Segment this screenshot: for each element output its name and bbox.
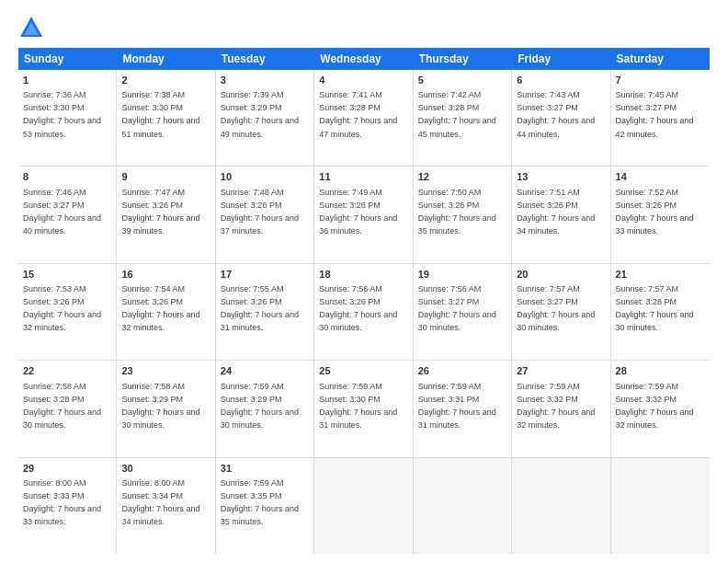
day-number: 30 <box>121 462 210 476</box>
calendar-cell: 16 Sunrise: 7:54 AMSunset: 3:26 PMDaylig… <box>117 264 215 360</box>
day-header: Tuesday <box>216 48 314 70</box>
calendar-cell: 30 Sunrise: 8:00 AMSunset: 3:34 PMDaylig… <box>117 458 215 554</box>
day-number: 25 <box>319 364 407 378</box>
cell-info: Sunrise: 8:00 AMSunset: 3:34 PMDaylight:… <box>121 478 199 526</box>
calendar-cell: 14 Sunrise: 7:52 AMSunset: 3:26 PMDaylig… <box>611 167 710 262</box>
calendar-cell: 15 Sunrise: 7:53 AMSunset: 3:26 PMDaylig… <box>18 264 117 360</box>
day-number: 11 <box>319 170 407 184</box>
day-number: 4 <box>319 74 407 87</box>
calendar-row: 8 Sunrise: 7:46 AMSunset: 3:27 PMDayligh… <box>18 167 710 263</box>
day-header: Wednesday <box>314 48 413 70</box>
day-number: 9 <box>121 170 210 184</box>
cell-info: Sunrise: 7:58 AMSunset: 3:28 PMDaylight:… <box>23 382 101 430</box>
calendar-cell: 11 Sunrise: 7:49 AMSunset: 3:26 PMDaylig… <box>314 167 413 262</box>
calendar-cell: 6 Sunrise: 7:43 AMSunset: 3:27 PMDayligh… <box>512 70 610 166</box>
cell-info: Sunrise: 7:59 AMSunset: 3:35 PMDaylight:… <box>221 478 299 526</box>
calendar-cell: 23 Sunrise: 7:58 AMSunset: 3:29 PMDaylig… <box>117 361 215 456</box>
calendar-cell: 21 Sunrise: 7:57 AMSunset: 3:28 PMDaylig… <box>611 264 710 360</box>
cell-info: Sunrise: 7:45 AMSunset: 3:27 PMDaylight:… <box>616 90 694 138</box>
cell-info: Sunrise: 7:52 AMSunset: 3:26 PMDaylight:… <box>616 188 694 236</box>
cell-info: Sunrise: 7:48 AMSunset: 3:26 PMDaylight:… <box>221 188 299 236</box>
calendar-cell: 10 Sunrise: 7:48 AMSunset: 3:26 PMDaylig… <box>216 167 314 262</box>
calendar-cell: 26 Sunrise: 7:59 AMSunset: 3:31 PMDaylig… <box>414 361 512 456</box>
day-header: Monday <box>117 48 215 70</box>
calendar-row: 15 Sunrise: 7:53 AMSunset: 3:26 PMDaylig… <box>18 264 710 361</box>
page: SundayMondayTuesdayWednesdayThursdayFrid… <box>0 0 728 563</box>
day-number: 2 <box>121 74 210 87</box>
cell-info: Sunrise: 7:50 AMSunset: 3:26 PMDaylight:… <box>418 188 496 236</box>
calendar-body: 1 Sunrise: 7:36 AMSunset: 3:30 PMDayligh… <box>18 70 710 554</box>
day-number: 16 <box>121 268 210 282</box>
cell-info: Sunrise: 7:56 AMSunset: 3:27 PMDaylight:… <box>418 284 496 332</box>
calendar-cell: 25 Sunrise: 7:59 AMSunset: 3:30 PMDaylig… <box>314 361 413 456</box>
calendar-cell: 3 Sunrise: 7:39 AMSunset: 3:29 PMDayligh… <box>216 70 314 166</box>
day-header: Thursday <box>414 48 512 70</box>
day-number: 12 <box>418 170 506 184</box>
cell-info: Sunrise: 7:38 AMSunset: 3:30 PMDaylight:… <box>121 90 199 138</box>
calendar-cell: 20 Sunrise: 7:57 AMSunset: 3:27 PMDaylig… <box>512 264 610 360</box>
calendar-cell: 28 Sunrise: 7:59 AMSunset: 3:32 PMDaylig… <box>611 361 710 456</box>
calendar-row: 22 Sunrise: 7:58 AMSunset: 3:28 PMDaylig… <box>18 361 710 457</box>
day-number: 7 <box>616 74 705 87</box>
day-number: 15 <box>23 268 111 282</box>
day-number: 23 <box>121 364 210 378</box>
calendar-cell: 22 Sunrise: 7:58 AMSunset: 3:28 PMDaylig… <box>18 361 117 456</box>
calendar-cell: 31 Sunrise: 7:59 AMSunset: 3:35 PMDaylig… <box>216 458 314 554</box>
cell-info: Sunrise: 7:53 AMSunset: 3:26 PMDaylight:… <box>23 284 101 332</box>
day-number: 1 <box>23 74 111 87</box>
day-number: 22 <box>23 364 111 378</box>
calendar-cell: 13 Sunrise: 7:51 AMSunset: 3:26 PMDaylig… <box>512 167 610 262</box>
cell-info: Sunrise: 7:59 AMSunset: 3:31 PMDaylight:… <box>418 382 496 430</box>
calendar-cell <box>611 458 710 554</box>
calendar-cell: 1 Sunrise: 7:36 AMSunset: 3:30 PMDayligh… <box>18 70 117 166</box>
calendar-cell: 24 Sunrise: 7:59 AMSunset: 3:29 PMDaylig… <box>216 361 314 456</box>
cell-info: Sunrise: 7:36 AMSunset: 3:30 PMDaylight:… <box>23 90 101 138</box>
header <box>18 15 710 40</box>
calendar-cell: 7 Sunrise: 7:45 AMSunset: 3:27 PMDayligh… <box>611 70 710 166</box>
calendar-cell: 18 Sunrise: 7:56 AMSunset: 3:26 PMDaylig… <box>314 264 413 360</box>
calendar-cell: 12 Sunrise: 7:50 AMSunset: 3:26 PMDaylig… <box>414 167 512 262</box>
day-number: 8 <box>23 170 111 184</box>
cell-info: Sunrise: 7:42 AMSunset: 3:28 PMDaylight:… <box>418 90 496 138</box>
calendar-cell: 9 Sunrise: 7:47 AMSunset: 3:26 PMDayligh… <box>117 167 215 262</box>
calendar-row: 1 Sunrise: 7:36 AMSunset: 3:30 PMDayligh… <box>18 70 710 167</box>
day-number: 21 <box>616 268 705 282</box>
calendar-cell <box>314 458 413 554</box>
calendar-cell: 8 Sunrise: 7:46 AMSunset: 3:27 PMDayligh… <box>18 167 117 262</box>
day-number: 10 <box>221 170 309 184</box>
calendar-cell: 29 Sunrise: 8:00 AMSunset: 3:33 PMDaylig… <box>18 458 117 554</box>
day-header: Sunday <box>18 48 117 70</box>
day-number: 6 <box>517 74 605 87</box>
cell-info: Sunrise: 7:57 AMSunset: 3:27 PMDaylight:… <box>517 284 595 332</box>
day-number: 17 <box>221 268 309 282</box>
day-number: 14 <box>616 170 705 184</box>
day-number: 13 <box>517 170 605 184</box>
cell-info: Sunrise: 7:43 AMSunset: 3:27 PMDaylight:… <box>517 90 595 138</box>
calendar-cell: 27 Sunrise: 7:59 AMSunset: 3:32 PMDaylig… <box>512 361 610 456</box>
day-number: 27 <box>517 364 605 378</box>
day-number: 29 <box>23 462 111 476</box>
cell-info: Sunrise: 7:39 AMSunset: 3:29 PMDaylight:… <box>221 90 299 138</box>
logo-icon <box>18 15 44 40</box>
calendar-cell: 19 Sunrise: 7:56 AMSunset: 3:27 PMDaylig… <box>414 264 512 360</box>
cell-info: Sunrise: 7:59 AMSunset: 3:32 PMDaylight:… <box>616 382 694 430</box>
cell-info: Sunrise: 7:59 AMSunset: 3:29 PMDaylight:… <box>221 382 299 430</box>
day-number: 31 <box>221 462 309 476</box>
calendar-cell: 4 Sunrise: 7:41 AMSunset: 3:28 PMDayligh… <box>314 70 413 166</box>
cell-info: Sunrise: 7:54 AMSunset: 3:26 PMDaylight:… <box>121 284 199 332</box>
logo <box>18 15 48 40</box>
calendar-cell: 5 Sunrise: 7:42 AMSunset: 3:28 PMDayligh… <box>414 70 512 166</box>
cell-info: Sunrise: 7:56 AMSunset: 3:26 PMDaylight:… <box>319 284 397 332</box>
day-header: Friday <box>512 48 610 70</box>
cell-info: Sunrise: 7:49 AMSunset: 3:26 PMDaylight:… <box>319 188 397 236</box>
day-number: 24 <box>221 364 309 378</box>
day-number: 28 <box>616 364 705 378</box>
calendar-cell: 2 Sunrise: 7:38 AMSunset: 3:30 PMDayligh… <box>117 70 215 166</box>
cell-info: Sunrise: 7:57 AMSunset: 3:28 PMDaylight:… <box>616 284 694 332</box>
calendar-header: SundayMondayTuesdayWednesdayThursdayFrid… <box>18 48 710 70</box>
cell-info: Sunrise: 7:59 AMSunset: 3:32 PMDaylight:… <box>517 382 595 430</box>
calendar-row: 29 Sunrise: 8:00 AMSunset: 3:33 PMDaylig… <box>18 458 710 554</box>
cell-info: Sunrise: 7:47 AMSunset: 3:26 PMDaylight:… <box>121 188 199 236</box>
day-number: 26 <box>418 364 506 378</box>
calendar: SundayMondayTuesdayWednesdayThursdayFrid… <box>18 48 710 554</box>
